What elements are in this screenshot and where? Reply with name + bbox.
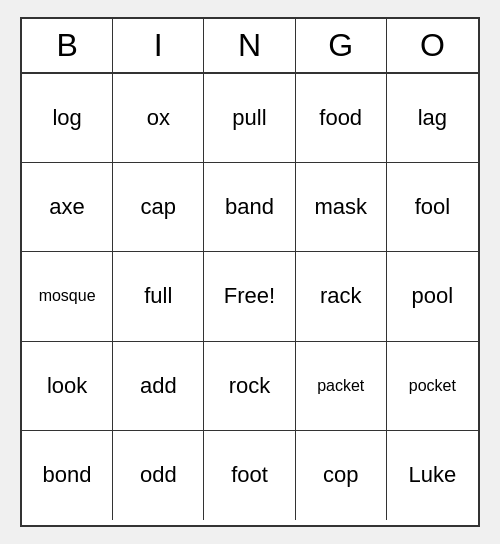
bingo-cell: packet (296, 342, 387, 431)
header-letter: B (22, 19, 113, 72)
bingo-cell: pool (387, 252, 478, 341)
bingo-cell: pull (204, 74, 295, 163)
header-letter: G (296, 19, 387, 72)
bingo-cell: fool (387, 163, 478, 252)
bingo-cell: Free! (204, 252, 295, 341)
bingo-cell: pocket (387, 342, 478, 431)
bingo-grid: logoxpullfoodlagaxecapbandmaskfoolmosque… (22, 74, 478, 520)
bingo-cell: axe (22, 163, 113, 252)
bingo-header: BINGO (22, 19, 478, 74)
bingo-card: BINGO logoxpullfoodlagaxecapbandmaskfool… (20, 17, 480, 527)
header-letter: I (113, 19, 204, 72)
bingo-cell: Luke (387, 431, 478, 520)
bingo-cell: ox (113, 74, 204, 163)
bingo-cell: full (113, 252, 204, 341)
bingo-cell: bond (22, 431, 113, 520)
bingo-cell: food (296, 74, 387, 163)
bingo-cell: mask (296, 163, 387, 252)
header-letter: O (387, 19, 478, 72)
bingo-cell: log (22, 74, 113, 163)
bingo-cell: foot (204, 431, 295, 520)
bingo-cell: band (204, 163, 295, 252)
bingo-cell: rock (204, 342, 295, 431)
bingo-cell: look (22, 342, 113, 431)
bingo-cell: cop (296, 431, 387, 520)
bingo-cell: lag (387, 74, 478, 163)
bingo-cell: cap (113, 163, 204, 252)
bingo-cell: mosque (22, 252, 113, 341)
bingo-cell: add (113, 342, 204, 431)
header-letter: N (204, 19, 295, 72)
bingo-cell: rack (296, 252, 387, 341)
bingo-cell: odd (113, 431, 204, 520)
